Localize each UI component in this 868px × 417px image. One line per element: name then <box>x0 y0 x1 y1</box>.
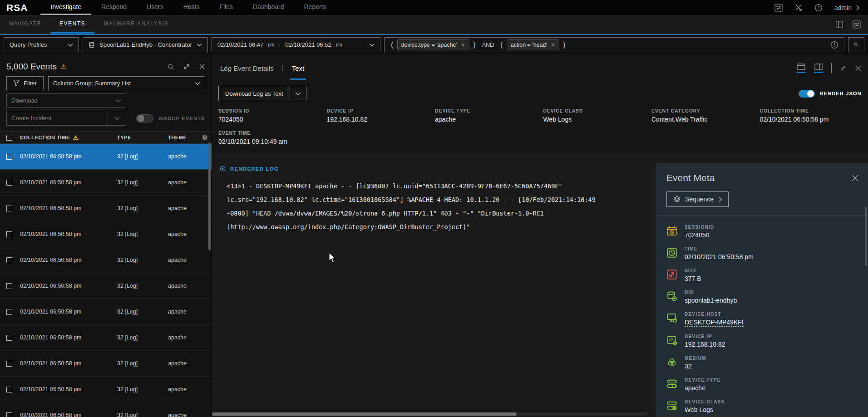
event-row[interactable]: 02/10/2021 06:50:58 pm 32 [Log] apache <box>0 196 212 221</box>
download-log-button[interactable]: Download Log as Text <box>218 86 306 101</box>
sub-nav-item-malware-analysis[interactable]: MALWARE ANALYSIS <box>94 15 178 34</box>
close-detail-icon[interactable] <box>855 65 862 72</box>
resize-box-icon <box>666 269 677 280</box>
search-events-icon[interactable] <box>168 64 174 70</box>
meta-item-device-ip[interactable]: IP DEVICE.IP 192.168.10.82 <box>666 334 868 348</box>
cell-type: 32 [Log] <box>117 309 168 315</box>
event-row[interactable]: 02/10/2021 06:50:58 pm 32 [Log] apache <box>0 402 212 417</box>
download-dropdown[interactable]: Download <box>6 93 126 108</box>
remove-pill-icon[interactable]: ✕ <box>461 42 465 48</box>
query-profiles-dropdown[interactable]: Query Profiles <box>4 37 79 52</box>
query-pill-device-type[interactable]: device.type = 'apache' ✕ <box>397 39 469 50</box>
column-settings-gear-icon[interactable]: ⚙ <box>202 134 208 141</box>
panel-toggle-icon[interactable] <box>835 20 843 29</box>
event-row[interactable]: 02/10/2021 06:50:58 pm 32 [Log] apache <box>0 299 212 325</box>
event-row[interactable]: 02/10/2021 06:50:58 pm 32 [Log] apache <box>0 273 212 299</box>
chevron-down-icon[interactable] <box>290 86 306 101</box>
meta-list: SESSIONID 7024050 TIME 02/10/2021 06:50:… <box>666 216 868 414</box>
preferences-icon[interactable] <box>774 4 783 12</box>
meta-item-device-host[interactable]: DEVICE.HOST DESKTOP-MP49KFI <box>666 312 868 327</box>
render-json-toggle[interactable] <box>799 90 815 98</box>
event-row[interactable]: 02/10/2021 06:50:58 pm 32 [Log] apache <box>0 377 212 402</box>
meta-item-time[interactable]: TIME 02/10/2021 06:50:58 pm <box>666 246 868 261</box>
tab-text[interactable]: Text <box>290 56 306 80</box>
sub-nav-item-events[interactable]: EVENTS <box>50 15 94 34</box>
row-checkbox[interactable] <box>6 231 12 237</box>
nav-item-investigate[interactable]: Investigate <box>40 0 91 15</box>
row-checkbox[interactable] <box>6 309 12 315</box>
meta-item-size[interactable]: SIZE 377 B <box>666 268 868 283</box>
query-pill-action[interactable]: action = 'head' ✕ <box>507 39 559 50</box>
event-row[interactable]: 02/10/2021 06:50:58 pm 32 [Log] apache <box>0 351 212 377</box>
service-selector[interactable]: SpoonLab1-EndHyb - Concentrator <box>83 37 208 52</box>
chevron-down-icon[interactable] <box>108 111 126 125</box>
search-icon <box>854 41 858 49</box>
query-operator: AND <box>479 42 497 48</box>
tab-log-event-details[interactable]: Log Event Details <box>218 56 276 80</box>
event-row[interactable]: 02/10/2021 06:50:58 pm 32 [Log] apache <box>0 221 212 247</box>
nav-item-hosts[interactable]: Hosts <box>173 0 210 15</box>
nav-item-reports[interactable]: Reports <box>294 0 336 15</box>
log-text[interactable]: <13>1 - DESKTOP-MP49KFI apache - - [lc@3… <box>227 179 610 234</box>
help-icon[interactable]: ? <box>814 4 823 12</box>
tools-icon[interactable] <box>794 4 803 12</box>
field-session-id: SESSION ID 7024050 <box>218 108 327 123</box>
column-collection-time[interactable]: COLLECTION TIME ⚠ <box>20 134 117 141</box>
split-vertical-icon[interactable] <box>814 64 823 73</box>
event-row[interactable]: 02/10/2021 06:50:58 pm 32 [Log] apache <box>0 247 212 273</box>
nav-item-users[interactable]: Users <box>137 0 173 15</box>
close-panel-icon[interactable] <box>199 64 205 70</box>
event-row[interactable]: 02/10/2021 06:50:58 pm 32 [Log] apache <box>0 170 212 196</box>
meta-scrollbar[interactable] <box>865 207 867 266</box>
close-event-meta-icon[interactable] <box>851 174 859 182</box>
funnel-icon <box>13 80 20 87</box>
column-group-dropdown[interactable]: Column Group: Summary List <box>48 76 205 90</box>
row-checkbox[interactable] <box>6 180 12 186</box>
nav-item-files[interactable]: Files <box>209 0 243 15</box>
row-checkbox[interactable] <box>6 335 12 341</box>
select-all-checkbox[interactable] <box>6 135 12 141</box>
cell-theme: apache <box>168 179 212 186</box>
events-scrollbar[interactable] <box>208 142 211 250</box>
meta-item-did[interactable]: DID spoonlab1-endhyb <box>666 290 868 304</box>
row-checkbox[interactable] <box>6 257 12 263</box>
filter-button[interactable]: Filter <box>6 76 44 90</box>
info-icon[interactable] <box>830 41 838 49</box>
split-horizontal-icon[interactable] <box>797 64 806 73</box>
time-range-selector[interactable]: 02/10/2021 06:47pm - 02/10/2021 06:52pm <box>212 37 380 52</box>
row-checkbox[interactable] <box>6 361 12 367</box>
row-checkbox[interactable] <box>6 387 12 392</box>
row-checkbox[interactable] <box>6 154 12 160</box>
event-row[interactable]: 02/10/2021 06:50:58 pm 32 [Log] apache <box>0 144 212 170</box>
query-profiles-label: Query Profiles <box>10 41 47 48</box>
create-incident-button[interactable]: Create Incident <box>6 111 126 126</box>
view-settings-icon[interactable] <box>853 20 861 29</box>
meta-item-device-class[interactable]: DEVICE.CLASS Web Logs <box>666 399 868 414</box>
nav-item-dashboard[interactable]: Dashboard <box>243 0 294 15</box>
cell-type: 32 [Log] <box>117 205 168 211</box>
sub-nav: NAVIGATE EVENTS MALWARE ANALYSIS <box>0 15 868 34</box>
nav-item-respond[interactable]: Respond <box>91 0 137 15</box>
events-table-header: COLLECTION TIME ⚠ TYPE THEME ⚙ <box>0 131 212 144</box>
meta-item-sessionid[interactable]: SESSIONID 7024050 <box>666 225 868 239</box>
expand-panel-icon[interactable] <box>183 64 190 70</box>
search-button[interactable] <box>848 37 864 52</box>
collapse-panel-icon[interactable] <box>840 65 847 72</box>
group-events-toggle[interactable] <box>136 114 153 123</box>
horizontal-scrollbar[interactable] <box>212 412 647 416</box>
user-menu[interactable]: admin <box>834 4 860 11</box>
event-row[interactable]: 02/10/2021 06:50:58 pm 32 [Log] apache <box>0 325 212 351</box>
row-checkbox[interactable] <box>6 206 12 211</box>
meta-item-medium[interactable]: MEDIUM 32 <box>666 356 868 370</box>
sub-nav-item-navigate[interactable]: NAVIGATE <box>0 15 50 34</box>
remove-pill-icon[interactable]: ✕ <box>551 42 555 48</box>
meta-item-device-type[interactable]: DEVICE.TYPE apache <box>666 378 868 392</box>
sequence-button[interactable]: Sequence <box>666 191 729 207</box>
column-type[interactable]: TYPE <box>117 135 168 140</box>
database-icon <box>89 42 95 48</box>
row-checkbox[interactable] <box>6 412 12 417</box>
query-builder[interactable]: ( device.type = 'apache' ✕ ) AND ( actio… <box>384 37 844 52</box>
cell-theme: apache <box>168 386 212 392</box>
row-checkbox[interactable] <box>6 283 12 289</box>
chevron-down-icon <box>68 43 73 47</box>
